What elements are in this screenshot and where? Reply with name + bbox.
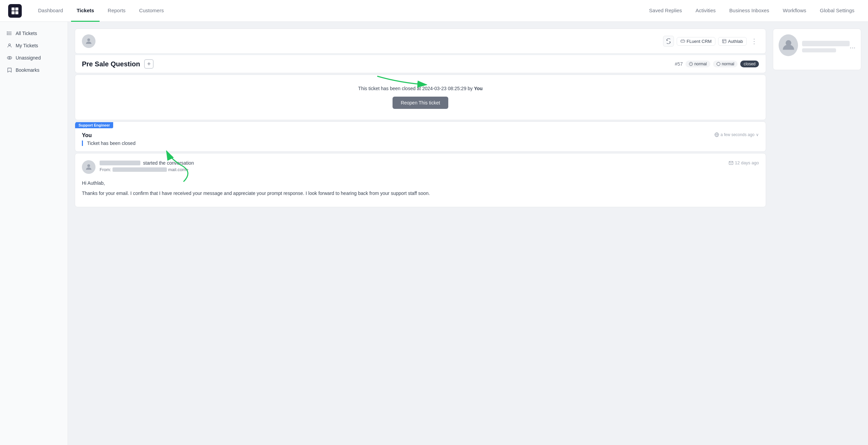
closed-label: closed — [744, 62, 756, 66]
sidebar: All Tickets My Tickets Unassigned Bookma… — [0, 22, 68, 445]
authlab-icon — [722, 39, 727, 44]
conversation-time: 12 days ago — [729, 160, 759, 165]
customer-detail-blurred — [802, 48, 836, 52]
eye-icon — [7, 55, 12, 61]
nav-left: Dashboard Tickets Reports Customers — [33, 0, 169, 22]
from-email-blurred — [112, 167, 167, 172]
refresh-button[interactable] — [663, 36, 674, 47]
conversation-header: started the conversation From: mail.com> — [82, 160, 759, 174]
conversation-meta: started the conversation From: mail.com> — [100, 160, 725, 172]
conversation-from: From: mail.com> — [100, 167, 725, 172]
authlab-label: Authlab — [728, 39, 743, 44]
conversation-body: Hi Authlab, Thanks for your email. I con… — [82, 179, 759, 197]
sidebar-item-unassigned[interactable]: Unassigned — [0, 52, 68, 64]
svg-point-10 — [8, 44, 10, 46]
closed-notice-message: This ticket has been closed at 2024-03-2… — [358, 86, 473, 91]
time-label: a few seconds ago — [721, 132, 754, 137]
message-body: Ticket has been closed — [82, 141, 759, 146]
email-icon — [729, 161, 733, 165]
refresh-icon — [666, 38, 671, 44]
conv-body-line-1: Hi Authlab, — [82, 179, 759, 187]
sidebar-label-unassigned: Unassigned — [16, 55, 41, 61]
message-time: a few seconds ago ∨ — [714, 132, 759, 137]
sidebar-label-all-tickets: All Tickets — [16, 31, 37, 36]
app-logo[interactable] — [8, 4, 22, 18]
crm-icon — [680, 39, 685, 44]
svg-rect-8 — [7, 33, 7, 34]
ticket-avatar — [82, 34, 96, 48]
sender-name-blurred — [100, 161, 140, 165]
crm-label: FLuent CRM — [687, 39, 712, 44]
svg-point-12 — [9, 57, 10, 59]
logo-icon — [11, 7, 19, 15]
svg-point-13 — [87, 38, 90, 41]
conversation-action: started the conversation — [143, 160, 194, 166]
nav-item-dashboard[interactable]: Dashboard — [33, 0, 68, 22]
svg-rect-0 — [12, 7, 15, 11]
svg-point-22 — [87, 164, 90, 167]
svg-rect-1 — [15, 7, 18, 11]
closed-by-name: You — [474, 86, 483, 91]
right-panel-avatar — [779, 34, 798, 56]
svg-point-18 — [717, 62, 720, 66]
ticket-area: FLuent CRM Authlab ⋮ Pre Sale Question +… — [75, 29, 766, 438]
closed-notice-text: This ticket has been closed at 2024-03-2… — [82, 86, 759, 91]
sidebar-label-bookmarks: Bookmarks — [16, 67, 39, 73]
ticket-meta: #57 normal normal closed — [675, 61, 759, 67]
right-panel: ··· — [773, 29, 861, 438]
nav-item-customers[interactable]: Customers — [134, 0, 169, 22]
email-domain: mail.com> — [168, 167, 189, 172]
expand-icon[interactable]: ∨ — [756, 132, 759, 137]
right-panel-more-button[interactable]: ··· — [850, 44, 855, 51]
conversation-avatar — [82, 160, 96, 174]
svg-rect-7 — [7, 32, 7, 32]
customer-name-blurred — [802, 41, 850, 46]
nav-item-tickets[interactable]: Tickets — [71, 0, 99, 22]
conv-avatar-icon — [85, 163, 93, 171]
nav-item-reports[interactable]: Reports — [102, 0, 131, 22]
more-menu-button[interactable]: ⋮ — [749, 36, 759, 47]
support-message-content: You a few seconds ago ∨ Ticket has been … — [75, 128, 766, 151]
authlab-tag[interactable]: Authlab — [718, 37, 747, 46]
conv-time-label: 12 days ago — [735, 160, 759, 165]
message-sender: You — [82, 132, 92, 138]
conversation-name-row: started the conversation — [100, 160, 725, 166]
status-icon — [716, 62, 721, 66]
nav-item-global-settings[interactable]: Global Settings — [814, 0, 860, 22]
nav-item-business-inboxes[interactable]: Business Inboxes — [724, 0, 775, 22]
globe-icon — [714, 132, 719, 137]
svg-rect-14 — [723, 39, 726, 43]
sidebar-item-bookmarks[interactable]: Bookmarks — [0, 64, 68, 76]
closed-badge: closed — [740, 61, 759, 67]
avatar-icon — [85, 37, 93, 45]
support-engineer-badge: Support Engineer — [75, 122, 113, 128]
message-header: You a few seconds ago ∨ — [82, 132, 759, 141]
nav-item-activities[interactable]: Activities — [690, 0, 721, 22]
sidebar-label-my-tickets: My Tickets — [16, 43, 38, 48]
nav-item-workflows[interactable]: Workflows — [777, 0, 812, 22]
right-panel-name-area — [802, 41, 850, 54]
sidebar-item-all-tickets[interactable]: All Tickets — [0, 27, 68, 39]
from-label: From: — [100, 167, 111, 172]
sidebar-item-my-tickets[interactable]: My Tickets — [0, 39, 68, 52]
priority-label: normal — [694, 62, 707, 66]
crm-tag[interactable]: FLuent CRM — [677, 37, 715, 46]
ticket-header-card: FLuent CRM Authlab ⋮ — [75, 29, 766, 54]
status-badge: normal — [713, 61, 738, 67]
right-panel-header: ··· — [779, 34, 855, 60]
bookmark-icon — [7, 67, 12, 73]
nav-item-saved-replies[interactable]: Saved Replies — [644, 0, 688, 22]
svg-rect-3 — [15, 11, 18, 14]
main-content: FLuent CRM Authlab ⋮ Pre Sale Question +… — [68, 22, 868, 445]
right-avatar-icon — [782, 38, 795, 52]
svg-point-11 — [7, 56, 12, 59]
nav-right: Saved Replies Activities Business Inboxe… — [644, 0, 860, 22]
list-icon — [7, 31, 12, 36]
ticket-number: #57 — [675, 61, 683, 67]
ticket-title: Pre Sale Question — [82, 60, 140, 68]
svg-rect-2 — [12, 11, 15, 14]
priority-icon — [689, 62, 693, 66]
reopen-button[interactable]: Reopen This ticket — [393, 97, 448, 109]
add-tag-button[interactable]: + — [144, 59, 154, 69]
svg-rect-9 — [7, 34, 7, 35]
